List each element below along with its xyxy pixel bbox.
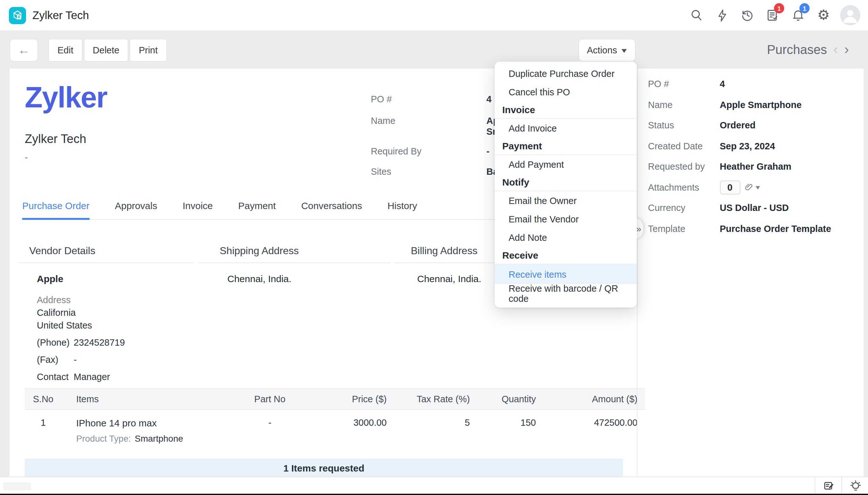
line-items-table: S.No Items Part No Price ($) Tax Rate (%… (25, 388, 623, 444)
row-label: Status (648, 120, 720, 131)
items-requested-banner: 1 Items requested (25, 459, 623, 477)
section-title: Shipping Address (198, 245, 390, 257)
table-row[interactable]: 1 IPhone 14 pro max Product Type:Smartph… (25, 410, 645, 444)
product-type-value: Smartphone (135, 433, 183, 444)
tab-purchase-order[interactable]: Purchase Order (22, 193, 90, 220)
field-label: Name (371, 116, 466, 126)
sidebar-row-created-date: Created Date Sep 23, 2024 (637, 136, 863, 156)
row-value: Sep 23, 2024 (720, 141, 775, 151)
row-value: Purchase Order Template (720, 224, 831, 234)
row-value: Apple Smartphone (720, 100, 802, 110)
row-label: PO # (648, 79, 720, 89)
cell-sno: 1 (25, 410, 61, 444)
col-items: Items (61, 389, 235, 410)
back-button[interactable]: ← (10, 39, 38, 62)
sidebar-row-requested-by: Requested by Heather Graham (637, 156, 863, 177)
item-name: IPhone 14 pro max (76, 417, 235, 428)
prev-record-icon[interactable]: ‹ (833, 42, 838, 56)
menu-header-receive: Receive (495, 246, 637, 264)
row-label: Requested by (648, 162, 720, 172)
actions-label: Actions (587, 45, 617, 55)
row-value: 4 (720, 79, 725, 89)
row-label: Created Date (648, 141, 720, 151)
col-part-no: Part No (235, 389, 305, 410)
menu-header-notify: Notify (495, 173, 637, 191)
shipping-address-section: Shipping Address Chennai, India. (198, 245, 390, 382)
next-record-icon[interactable]: › (844, 42, 849, 56)
history-icon[interactable] (734, 0, 760, 31)
module-title: Purchases (767, 42, 827, 57)
cell-tax-rate: 5 (387, 410, 470, 444)
feedback-icon[interactable]: 1 (760, 0, 785, 31)
details-sidebar: PO # 4 Name Apple Smartphone Status Orde… (637, 69, 863, 477)
brand-company: Zylker Tech (25, 132, 107, 146)
menu-item-add-invoice[interactable]: Add Invoice (495, 119, 637, 137)
tips-button[interactable] (841, 477, 868, 494)
fax-value: - (74, 355, 77, 365)
actions-menu: Duplicate Purchase Order Cancel this PO … (495, 62, 637, 308)
attachments-menu[interactable]: ▼ (744, 183, 760, 192)
menu-item-add-note[interactable]: Add Note (495, 228, 637, 246)
delete-button[interactable]: Delete (84, 39, 128, 62)
vendor-phone-row: (Phone) 2324528719 (37, 337, 194, 347)
phone-value: 2324528719 (74, 337, 125, 347)
print-button[interactable]: Print (129, 39, 167, 62)
tab-invoice[interactable]: Invoice (182, 193, 213, 220)
menu-header-invoice: Invoice (495, 101, 637, 118)
vendor-fax-row: (Fax) - (37, 355, 194, 365)
row-label: Currency (648, 203, 720, 213)
cell-amount: 472500.00 (536, 410, 645, 444)
sidebar-row-template: Template Purchase Order Template (637, 218, 863, 239)
topbar-icons: 1 1 ⚙ (684, 0, 868, 31)
row-label: Attachments (648, 182, 720, 192)
window-bottom-edge (0, 493, 868, 495)
menu-item-cancel-this-po[interactable]: Cancel this PO (495, 83, 637, 101)
col-sno: S.No (25, 389, 61, 410)
app-logo-icon[interactable] (9, 7, 26, 24)
item-product-type: Product Type:Smartphone (76, 433, 235, 444)
tab-conversations[interactable]: Conversations (301, 193, 362, 220)
vendor-brand-block: Zylker Zylker Tech - (25, 80, 107, 162)
menu-item-duplicate-purchase-order[interactable]: Duplicate Purchase Order (495, 64, 637, 83)
note-edit-icon (822, 480, 835, 492)
zap-icon[interactable] (709, 0, 734, 31)
menu-item-receive-with-barcode[interactable]: Receive with barcode / QR code (495, 284, 637, 303)
search-icon[interactable] (684, 0, 709, 31)
edit-button[interactable]: Edit (48, 39, 83, 62)
actions-dropdown-button[interactable]: Actions ▼ (579, 39, 636, 62)
paperclip-icon (744, 183, 754, 192)
field-label: PO # (371, 94, 466, 104)
vendor-name: Apple (37, 273, 194, 284)
notifications-bell-icon[interactable]: 1 (785, 0, 811, 31)
menu-item-email-the-owner[interactable]: Email the Owner (495, 191, 637, 210)
row-label: Name (648, 100, 720, 110)
feedback-note-button[interactable] (815, 477, 842, 494)
vendor-address-line: California (37, 308, 194, 318)
menu-item-add-payment[interactable]: Add Payment (495, 155, 637, 173)
product-type-label: Product Type: (76, 433, 131, 444)
lightbulb-icon (849, 480, 861, 492)
tab-history[interactable]: History (387, 193, 417, 220)
cell-item: IPhone 14 pro max Product Type:Smartphon… (61, 410, 235, 444)
vendor-details-section: Vendor Details Apple Address California … (19, 245, 194, 382)
cell-price: 3000.00 (305, 410, 387, 444)
brand-company-note: - (25, 152, 107, 162)
redacted-label (3, 482, 31, 491)
col-quantity: Quantity (470, 389, 536, 410)
menu-item-receive-items[interactable]: Receive items (495, 264, 637, 284)
contact-label: Contact (37, 372, 74, 382)
menu-item-email-the-vendor[interactable]: Email the Vendor (495, 210, 637, 228)
avatar[interactable] (840, 5, 861, 25)
tab-approvals[interactable]: Approvals (115, 193, 157, 220)
topbar: Zylker Tech (0, 0, 868, 31)
menu-header-payment: Payment (495, 137, 637, 154)
settings-gear-icon[interactable]: ⚙ (811, 0, 836, 31)
col-price: Price ($) (305, 389, 387, 410)
app-window: Zylker Tech (0, 0, 868, 495)
status-badge: Ordered (720, 120, 756, 131)
sidebar-row-currency: Currency US Dollar - USD (637, 198, 863, 218)
contact-value: Manager (74, 372, 110, 382)
tab-payment[interactable]: Payment (238, 193, 276, 220)
attachments-count-chip[interactable]: 0 (720, 181, 740, 194)
sidebar-row-attachments: Attachments 0 ▼ (637, 177, 863, 198)
